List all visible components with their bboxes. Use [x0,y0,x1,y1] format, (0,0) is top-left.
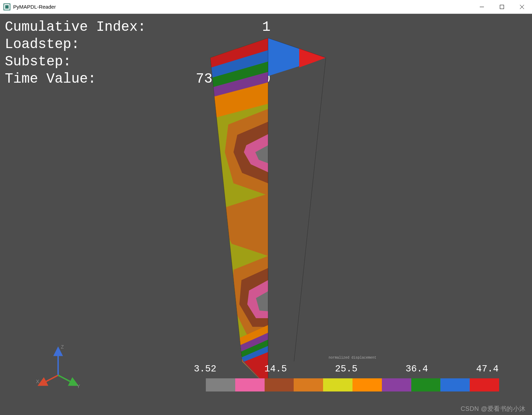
scalar-swatch [323,378,352,391]
scalar-swatch [382,378,411,391]
app-icon [3,3,10,10]
svg-rect-29 [201,35,268,387]
scalar-bar: normalized displacement 3.5214.525.536.4… [206,364,499,395]
scalar-swatch [470,378,499,391]
axis-x-label: X [36,379,39,384]
svg-marker-40 [268,194,314,256]
svg-marker-34 [268,72,326,105]
scalar-swatch [352,378,382,391]
svg-marker-44 [268,291,280,311]
axis-z-label: Z [61,344,64,350]
scalar-tick: 3.52 [181,364,229,374]
fem-model [201,35,336,387]
axis-y-label: Y [77,384,80,389]
close-button[interactable] [512,0,532,14]
scalar-tick: 47.4 [463,364,512,374]
scalar-tick: 25.5 [322,364,370,374]
svg-marker-35 [268,82,326,119]
svg-line-54 [40,375,58,385]
svg-marker-37 [268,122,303,183]
scalar-swatch [440,378,470,391]
render-viewport[interactable]: Cumulative Index: 1Loadstep: 1Substep: 1… [0,14,532,415]
window-title: PyMAPDL-Reader [13,4,56,10]
minimize-button[interactable] [472,0,492,14]
svg-rect-1 [500,5,504,9]
svg-marker-39 [268,145,281,163]
scalar-tick: 14.5 [251,364,300,374]
scalar-swatch [235,378,265,391]
scalar-swatch [206,378,235,391]
svg-marker-41 [268,256,304,335]
window-controls [472,0,532,14]
maximize-button[interactable] [492,0,512,14]
scalar-bar-title: normalized displacement [329,356,376,360]
svg-marker-36 [268,109,311,195]
scalar-swatch [265,378,294,391]
svg-marker-8 [299,48,326,67]
scalar-tick: 36.4 [393,364,441,374]
watermark: CSDN @爱看书的小沐 [461,405,526,413]
svg-line-55 [58,375,76,385]
scalar-swatch [294,378,323,391]
svg-marker-43 [268,280,289,318]
svg-marker-42 [268,268,297,327]
titlebar: PyMAPDL-Reader [0,0,532,14]
axes-triad: Z X Y [34,342,82,391]
scalar-swatch [411,378,441,391]
svg-marker-38 [268,134,292,172]
info-row: Cumulative Index: 1 [5,19,270,36]
svg-rect-30 [268,35,336,387]
svg-line-52 [294,58,326,361]
